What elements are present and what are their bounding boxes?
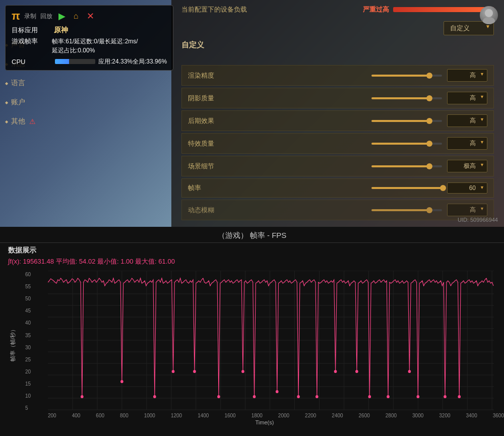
setting-row-render: 渲染精度 高 [181,65,494,86]
value-select-0[interactable]: 高 [447,69,487,82]
setting-name-3: 特效质量 [188,139,273,148]
x-tick-1600: 1600 [224,413,235,418]
menu-language-label: 语言 [11,79,25,88]
preset-row: 自定义 [181,21,494,35]
x-tick-2200: 2200 [305,413,316,418]
setting-row-postfx: 后期效果 高 [181,110,494,131]
slider-track-1[interactable] [371,97,442,99]
svg-point-45 [355,370,358,373]
y-tick-40: 40 [25,320,31,326]
value-select-2[interactable]: 高 [447,114,487,127]
slider-track-3[interactable] [371,143,442,145]
svg-point-48 [408,370,411,373]
slider-5 [273,187,447,189]
avatar [480,6,498,24]
x-tick-200: 200 [48,413,56,418]
y-tick-30: 30 [25,345,31,350]
y-tick-10: 10 [25,393,31,399]
menu-account[interactable]: ◆ 账户 [5,98,36,107]
setting-row-effects: 特效质量 高 [181,133,494,154]
slider-2 [273,120,447,122]
setting-name-0: 渲染精度 [188,71,273,80]
menu-other[interactable]: ◆ 其他 ⚠ [5,117,36,126]
svg-point-1 [483,17,495,24]
svg-point-34 [120,380,123,383]
x-axis-label: Time(s) [25,419,504,425]
svg-point-0 [485,9,493,17]
value-select-6[interactable]: 高 [447,204,487,216]
game-area: π 录制 回放 ▶ ⌂ ✕ 目标应用 原神 游戏帧率 帧率:61/延迟数:0/最… [0,0,504,227]
svg-point-38 [217,395,220,398]
svg-point-51 [458,395,461,398]
chart-svg [48,271,494,412]
x-tick-400: 400 [72,413,81,418]
cpu-usage: 应用:24.33%全局:33.96% [98,57,167,66]
y-tick-25: 25 [25,357,31,362]
x-axis: 200 400 600 800 1000 1200 1400 1600 1800… [25,412,504,418]
slider-track-0[interactable] [371,75,442,77]
svg-point-36 [172,370,175,373]
home-button[interactable]: ⌂ [72,11,81,22]
slider-track-5[interactable] [371,187,442,189]
slider-track-4[interactable] [371,165,442,167]
y-tick-55: 55 [25,284,31,289]
chart-inner: 5 10 15 20 25 30 35 40 45 50 55 60 [25,271,499,412]
cpu-label: CPU [12,58,52,66]
cpu-row: CPU 应用:24.33%全局:33.96% [12,57,167,66]
fps-row: 游戏帧率 帧率:61/延迟数:0/最长延迟:2ms/ 延迟占比:0.00% [12,37,167,55]
svg-point-43 [316,395,319,398]
cpu-bar-fill [55,59,69,64]
value-select-4[interactable]: 极高 [447,160,487,172]
app-row: 目标应用 原神 [12,26,167,35]
settings-header: 当前配置下的设备负载 严重过高 [181,5,494,17]
x-tick-2600: 2600 [359,413,370,418]
svg-point-46 [368,395,371,398]
svg-point-41 [276,390,279,393]
dot-other: ◆ [5,119,8,124]
svg-point-49 [417,395,420,398]
nav-record[interactable]: 录制 [24,12,36,21]
cpu-bar [55,59,95,64]
chart-title: （游戏） 帧率 - FPS [0,227,504,243]
chart-container: 帧率（帧/秒） 5 10 15 20 25 30 35 40 45 50 55 … [0,271,504,427]
app-name: 原神 [54,26,68,35]
y-tick-50: 50 [25,296,31,301]
dot-account: ◆ [5,100,8,105]
menu-other-label: 其他 [11,117,25,126]
y-ticks: 5 10 15 20 25 30 35 40 45 50 55 60 [25,271,31,412]
value-select-1[interactable]: 高 [447,92,487,104]
x-tick-1200: 1200 [171,413,182,418]
svg-point-33 [81,395,84,398]
setting-name-5: 帧率 [188,183,273,193]
overload-label: 严重过高 [363,5,389,14]
x-tick-3600: 3600 [493,413,504,418]
y-tick-60: 60 [25,272,31,277]
slider-0 [273,75,447,77]
svg-point-37 [193,370,196,373]
slider-3 [273,143,447,145]
close-button[interactable]: ✕ [85,10,96,23]
overload-indicator: 严重过高 [363,5,494,14]
data-section-label: 数据展示 [0,243,504,256]
x-tick-3200: 3200 [439,413,450,418]
setting-row-fps: 帧率 60 [181,178,494,198]
slider-6 [273,209,447,211]
svg-point-40 [253,395,256,398]
menu-language[interactable]: ◆ 语言 [5,79,36,88]
overload-bar [393,7,494,12]
play-button[interactable]: ▶ [56,10,68,23]
settings-panel: 当前配置下的设备负载 严重过高 自定义 自定义 渲染精度 高 [171,0,504,227]
slider-track-6[interactable] [371,209,442,211]
svg-point-39 [241,370,244,373]
overlay-panel: π 录制 回放 ▶ ⌂ ✕ 目标应用 原神 游戏帧率 帧率:61/延迟数:0/最… [5,5,173,71]
slider-1 [273,97,447,99]
fps-label: 游戏帧率 [12,37,52,46]
pi-icon: π [12,10,20,23]
nav-replay[interactable]: 回放 [40,12,52,21]
y-tick-5: 5 [25,405,31,411]
slider-4 [273,165,447,167]
slider-track-2[interactable] [371,120,442,122]
value-select-5[interactable]: 60 [447,182,487,194]
value-select-3[interactable]: 高 [447,137,487,150]
app-label: 目标应用 [12,26,52,35]
